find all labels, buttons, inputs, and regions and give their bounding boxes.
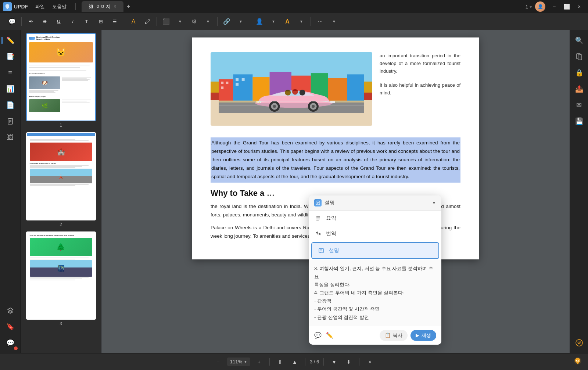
underline-button[interactable]: U	[53, 15, 65, 28]
right-pages-icon[interactable]	[572, 49, 587, 64]
thumbnail-panel: Health and Mood-BoostingBenefits of Pets…	[21, 30, 101, 353]
pdf-side-text-1: an important transition period in the de…	[380, 52, 460, 75]
sidebar-item-chat[interactable]: 💬	[3, 335, 18, 350]
main-toolbar: 💬 ✒ S U T T ⊞ ☰ A 🖊 ⬛ ▼ ⚙ ▼ 🔗 ▼ 👤 ▼ A ▼ …	[0, 13, 588, 30]
right-ai-icon[interactable]	[572, 335, 587, 350]
pdf-content-area[interactable]: an important transition period in the de…	[101, 30, 570, 353]
ai-popup-dropdown-arrow[interactable]: ▼	[432, 200, 436, 205]
thumb-card-2[interactable]: 🏰 A Key Phase in the History of Tourism …	[26, 132, 96, 220]
copy-button[interactable]: 📋 복사	[380, 330, 408, 341]
summary-label: 요약	[326, 215, 336, 222]
user-avatar[interactable]: 👤	[535, 1, 545, 12]
svg-rect-50	[578, 55, 582, 60]
text-color-button[interactable]: A	[281, 15, 294, 28]
text-tool-button[interactable]: T	[67, 15, 79, 28]
sidebar-item-list[interactable]: ≡	[3, 65, 18, 80]
shape-dropdown[interactable]: ▼	[174, 15, 186, 28]
zoom-dropdown[interactable]: ▼	[244, 360, 247, 364]
link-button[interactable]: 🔗	[220, 15, 233, 28]
pdf-image-col	[211, 52, 372, 130]
comment-footer-icon[interactable]: 💬	[314, 332, 322, 339]
ai-result-area: 3. 여행사의 일기, 편지, 서널 능 수요 사료를 분석하며 수요 특징을 …	[309, 260, 441, 326]
right-mail-icon[interactable]: ✉	[572, 98, 587, 112]
summary-icon	[314, 214, 322, 222]
text-color-dropdown[interactable]: ▼	[295, 15, 308, 28]
more-button[interactable]: ⋯	[314, 15, 326, 28]
thumb-number-1: 1	[60, 123, 62, 128]
thumbnail-item-1[interactable]: Health and Mood-BoostingBenefits of Pets…	[24, 33, 98, 128]
right-save-icon[interactable]: 💾	[572, 114, 587, 129]
bottom-sep-4	[359, 358, 359, 366]
edit-footer-icon[interactable]: ✏️	[326, 332, 333, 339]
ai-popup-title: 설명	[325, 200, 429, 206]
ai-popup-header[interactable]: 설명 ▼	[309, 195, 441, 211]
toolbar-sep-6	[311, 17, 311, 26]
user-dropdown[interactable]: ▼	[267, 15, 280, 28]
left-sidebar: ✏️ 📑 ≡ 📊 📄 🖼 🔖 💬	[0, 30, 21, 353]
table-button[interactable]: ⊞	[94, 15, 107, 28]
zoom-display: 111% ▼	[227, 358, 250, 366]
scroll-down-button[interactable]: ▼	[328, 356, 340, 368]
active-tab[interactable]: 🖼 이미지 ×	[82, 1, 123, 12]
sidebar-item-clipboard[interactable]	[3, 114, 18, 129]
scroll-to-bottom-button[interactable]: ⬇	[343, 356, 355, 368]
pen-button[interactable]: 🖊	[141, 15, 154, 28]
user-button[interactable]: 👤	[253, 15, 266, 28]
link-dropdown[interactable]: ▼	[234, 15, 247, 28]
text-bold-button[interactable]: T	[80, 15, 93, 28]
sidebar-item-edit[interactable]: ✏️	[3, 33, 18, 48]
result-line-4: - 투어의 공간적 및 시간적 측면	[314, 306, 380, 312]
updf-logo: UPDF	[3, 2, 28, 11]
ai-menu-explain[interactable]: 설명	[311, 242, 439, 259]
more-dropdown[interactable]: ▼	[328, 15, 340, 28]
page-nav: 1 ▾	[526, 4, 532, 10]
zoom-level: 111%	[230, 359, 242, 364]
close-bottom-button[interactable]: ×	[364, 356, 376, 368]
ai-menu-translate[interactable]: 번역	[309, 226, 441, 241]
right-share-icon[interactable]: 📤	[572, 82, 587, 96]
ai-assistant-icon[interactable]	[573, 356, 582, 367]
list-button[interactable]: ☰	[108, 15, 121, 28]
menu-help[interactable]: 도움말	[49, 2, 69, 11]
sidebar-item-chart[interactable]: 📊	[3, 82, 18, 96]
scroll-to-top-button[interactable]: ⬆	[274, 356, 286, 368]
scroll-up-button[interactable]: ▲	[289, 356, 301, 368]
svg-rect-16	[221, 86, 224, 89]
thumb-card-1[interactable]: Health and Mood-BoostingBenefits of Pets…	[26, 33, 96, 121]
zoom-in-button[interactable]: +	[253, 356, 265, 368]
right-search-icon[interactable]: 🔍	[572, 33, 587, 48]
tab-area: 🖼 이미지 × +	[82, 1, 133, 12]
strikethrough-button[interactable]: S	[39, 15, 51, 28]
pencil-tool-button[interactable]: ✒	[25, 15, 37, 28]
thumb3-city-image: 🌃	[30, 260, 92, 277]
result-line-1: 특징을 정리한다.	[314, 282, 350, 287]
color-button[interactable]: ⚙	[188, 15, 200, 28]
copy-label: 복사	[393, 332, 402, 339]
sidebar-item-layers[interactable]	[3, 303, 18, 318]
comment-tool-button[interactable]: 💬	[6, 15, 18, 28]
minimize-button[interactable]: −	[548, 1, 560, 12]
zoom-out-button[interactable]: −	[212, 356, 224, 368]
svg-point-52	[578, 341, 581, 344]
right-lock-icon[interactable]: 🔒	[572, 65, 587, 80]
new-tab-button[interactable]: +	[123, 1, 133, 12]
highlight-button[interactable]: A	[127, 15, 140, 28]
menu-file[interactable]: 파일	[32, 2, 48, 11]
sidebar-item-pages[interactable]: 📑	[3, 49, 18, 64]
title-bar-left: UPDF 파일 도움말 🖼 이미지 × +	[3, 1, 133, 12]
color-dropdown[interactable]: ▼	[202, 15, 214, 28]
maximize-button[interactable]: ⬜	[561, 1, 573, 12]
close-button[interactable]: ×	[573, 1, 585, 12]
svg-point-55	[578, 360, 579, 361]
sidebar-item-bookmark[interactable]: 🔖	[3, 319, 18, 334]
thumb3-nature-image: 🌲	[30, 238, 92, 256]
ai-menu-summary[interactable]: 요약	[309, 211, 441, 226]
sidebar-item-image[interactable]: 🖼	[3, 130, 18, 145]
thumbnail-item-3[interactable]: A trip is a discourse to take all the im…	[24, 231, 98, 326]
thumbnail-item-2[interactable]: 🏰 A Key Phase in the History of Tourism …	[24, 132, 98, 227]
thumb-card-3[interactable]: A trip is a discourse to take all the im…	[26, 231, 96, 320]
play-button[interactable]: ▶ 재생	[410, 330, 436, 341]
shape-button[interactable]: ⬛	[160, 15, 172, 28]
tab-close-button[interactable]: ×	[114, 4, 116, 9]
sidebar-item-document[interactable]: 📄	[3, 98, 18, 112]
